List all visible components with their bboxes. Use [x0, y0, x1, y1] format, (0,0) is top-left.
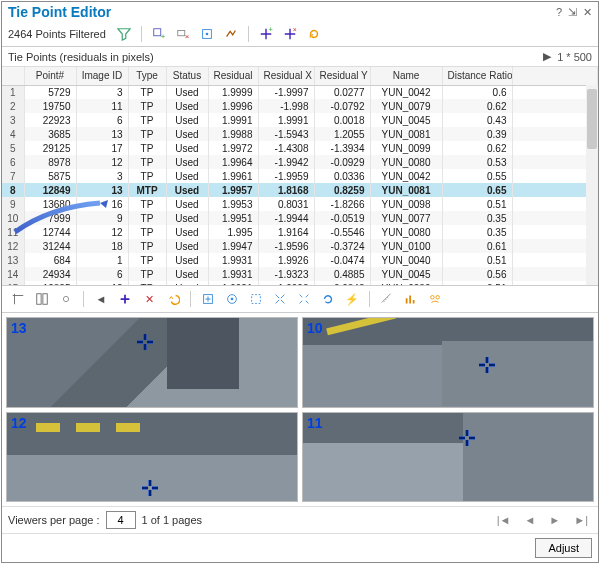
pager-pages: 1 of 1 pages — [142, 514, 203, 526]
filter-icon[interactable] — [114, 24, 134, 44]
separator — [248, 26, 249, 42]
refresh-icon[interactable] — [304, 24, 324, 44]
zoom-out-icon[interactable] — [294, 289, 314, 309]
table-row[interactable]: 151283512TPUsed1.99211.99030.0843YUN_008… — [2, 281, 598, 285]
vertical-scrollbar[interactable] — [586, 85, 598, 285]
svg-point-14 — [431, 296, 435, 300]
table-row[interactable]: 6897812TPUsed1.9964-1.9942-0.0929YUN_008… — [2, 155, 598, 169]
viewer-tile[interactable]: 11 — [302, 412, 594, 503]
extent-icon[interactable] — [222, 289, 242, 309]
table-row[interactable]: 1079999TPUsed1.9951-1.9944-0.0519YUN_007… — [2, 211, 598, 225]
table-row[interactable]: 91368016TPUsed1.99530.8031-1.8266YUN_009… — [2, 197, 598, 211]
svg-text:×: × — [185, 32, 190, 41]
viewer-label: 13 — [11, 320, 27, 336]
del-cross-icon[interactable]: ✕ — [139, 289, 159, 309]
viewers-grid: 13101211 — [2, 313, 598, 506]
col-header[interactable] — [2, 67, 24, 85]
edit-point-icon[interactable] — [197, 24, 217, 44]
filter-toolbar: 2464 Points Filtered + × + × — [2, 22, 598, 47]
measure-icon[interactable] — [377, 289, 397, 309]
svg-text:+: + — [161, 32, 166, 41]
table-row[interactable]: 758753TPUsed1.9961-1.99590.0336YUN_00420… — [2, 169, 598, 183]
link-icon[interactable] — [56, 289, 76, 309]
col-header[interactable]: Residual X — [258, 67, 314, 85]
grid1-icon[interactable] — [8, 289, 28, 309]
viewers-per-page-input[interactable] — [106, 511, 136, 529]
zoom-point-icon[interactable] — [198, 289, 218, 309]
prev-icon[interactable]: ◄ — [91, 289, 111, 309]
delete-row-icon[interactable]: × — [173, 24, 193, 44]
svg-text:+: + — [268, 27, 272, 33]
crosshair-icon — [457, 428, 477, 450]
crosshair-icon — [140, 478, 160, 500]
prev-page-icon[interactable]: ◄ — [520, 514, 539, 526]
table-row[interactable]: 4368513TPUsed1.9988-1.59431.2055YUN_0081… — [2, 127, 598, 141]
table-row[interactable]: 157293TPUsed1.9999-1.99970.0277YUN_00420… — [2, 85, 598, 99]
subheader-text: Tie Points (residuals in pixels) — [8, 51, 154, 63]
svg-point-5 — [206, 33, 209, 36]
scrollbar-thumb[interactable] — [587, 89, 597, 149]
col-header[interactable]: Residual Y — [314, 67, 370, 85]
tie-point-editor-panel: Tie Point Editor ? ⇲ ✕ 2464 Points Filte… — [1, 1, 599, 563]
svg-text:×: × — [292, 27, 296, 33]
pager: Viewers per page : 1 of 1 pages |◄ ◄ ► ►… — [2, 506, 598, 533]
help-icon[interactable]: ? — [556, 6, 562, 19]
add-tp-icon[interactable]: + — [256, 24, 276, 44]
close-icon[interactable]: ✕ — [583, 6, 592, 19]
viewer-tile[interactable]: 12 — [6, 412, 298, 503]
last-page-icon[interactable]: ►| — [570, 514, 592, 526]
pager-label: Viewers per page : — [8, 514, 100, 526]
undo-icon[interactable] — [163, 289, 183, 309]
viewer-toolbar: ◄ ✕ ⚡ — [2, 285, 598, 313]
table-row[interactable]: 136841TPUsed1.99311.9926-0.0474YUN_00400… — [2, 253, 598, 267]
svg-rect-13 — [252, 295, 261, 304]
separator — [141, 26, 142, 42]
viewer-tile[interactable]: 13 — [6, 317, 298, 408]
col-header[interactable]: Type — [128, 67, 166, 85]
table-row[interactable]: 111274412TPUsed1.9951.9164-0.5546YUN_008… — [2, 225, 598, 239]
first-page-icon[interactable]: |◄ — [493, 514, 515, 526]
zoom-in-icon[interactable] — [270, 289, 290, 309]
col-header[interactable]: Distance Ratio — [442, 67, 512, 85]
svg-rect-0 — [154, 29, 161, 36]
col-header[interactable]: Name — [370, 67, 442, 85]
rotate-icon[interactable] — [318, 289, 338, 309]
separator — [190, 291, 191, 307]
table-subheader: Tie Points (residuals in pixels) ▶ 1 * 5… — [2, 47, 598, 67]
accuracy-icon[interactable] — [221, 24, 241, 44]
page-indicator: 1 * 500 — [557, 51, 592, 63]
panel-title: Tie Point Editor — [8, 4, 556, 20]
table-container: Point#Image IDTypeStatusResidualResidual… — [2, 67, 598, 285]
viewer-tile[interactable]: 10 — [302, 317, 594, 408]
footer: Adjust — [2, 533, 598, 562]
autohide-icon[interactable]: ⇲ — [568, 6, 577, 19]
col-header[interactable]: Image ID — [76, 67, 128, 85]
tie-points-table: Point#Image IDTypeStatusResidualResidual… — [2, 67, 598, 285]
table-row[interactable]: 123124418TPUsed1.9947-1.9596-0.3724YUN_0… — [2, 239, 598, 253]
add-point-icon[interactable]: + — [149, 24, 169, 44]
table-row[interactable]: 14249346TPUsed1.9931-1.93230.4885YUN_004… — [2, 267, 598, 281]
flash-icon[interactable]: ⚡ — [342, 289, 362, 309]
grid2-icon[interactable] — [32, 289, 52, 309]
svg-point-15 — [436, 296, 440, 300]
table-header-row[interactable]: Point#Image IDTypeStatusResidualResidual… — [2, 67, 598, 85]
viewer-label: 11 — [307, 415, 323, 431]
table-row[interactable]: 3229236TPUsed1.99911.99910.0018YUN_00450… — [2, 113, 598, 127]
col-header[interactable]: Residual — [208, 67, 258, 85]
viewer-label: 10 — [307, 320, 323, 336]
svg-rect-8 — [37, 294, 41, 305]
show-all-icon[interactable] — [425, 289, 445, 309]
next-page-icon[interactable]: ► — [545, 514, 564, 526]
remove-tp-icon[interactable]: × — [280, 24, 300, 44]
table-row[interactable]: 52912517TPUsed1.9972-1.4308-1.3934YUN_00… — [2, 141, 598, 155]
table-row[interactable]: 21975011TPUsed1.9996-1.998-0.0792YUN_007… — [2, 99, 598, 113]
add-cross-icon[interactable] — [115, 289, 135, 309]
select-icon[interactable] — [246, 289, 266, 309]
chart-icon[interactable] — [401, 289, 421, 309]
svg-point-12 — [231, 298, 234, 301]
table-row[interactable]: 81284913MTPUsed1.99571.81680.8259YUN_008… — [2, 183, 598, 197]
col-header[interactable]: Status — [166, 67, 208, 85]
col-header[interactable]: Point# — [24, 67, 76, 85]
play-icon[interactable]: ▶ — [543, 50, 551, 63]
adjust-button[interactable]: Adjust — [535, 538, 592, 558]
